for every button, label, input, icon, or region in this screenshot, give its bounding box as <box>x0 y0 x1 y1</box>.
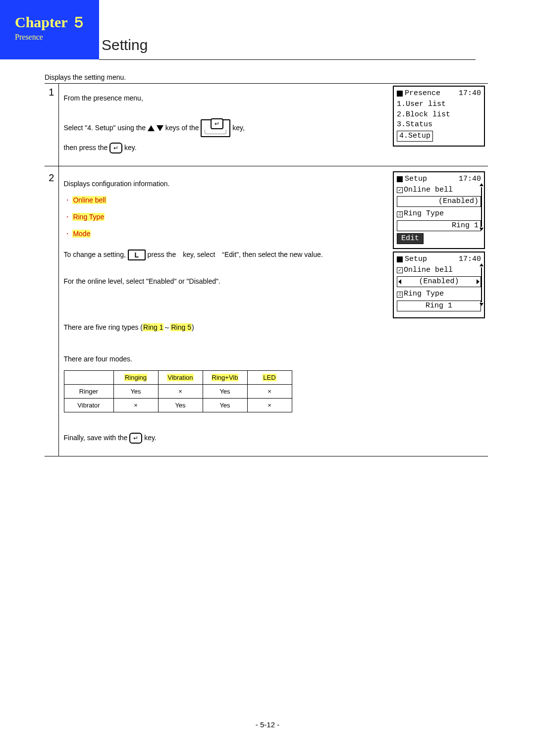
scroll-up-icon <box>480 183 483 186</box>
col-header: Ringing <box>124 374 147 381</box>
col-header: Ring+Vib <box>212 374 239 381</box>
screen-title: Setup <box>405 174 427 184</box>
chapter-label: Chapter ５ <box>15 12 99 33</box>
menu-item: 1.User list <box>397 100 481 109</box>
screen-time: 17:40 <box>459 89 481 99</box>
scrollbar <box>480 263 483 306</box>
right-arrow-icon <box>477 279 480 284</box>
value-box: (Enabled) <box>397 196 481 207</box>
scroll-up-icon <box>480 263 483 266</box>
value-box-selector: (Enabled) <box>397 276 481 287</box>
screen-title: Setup <box>405 254 427 264</box>
device-screen-setup: Setup 17:40 ✓Online bell (Enabled) ♫Ring… <box>393 171 485 250</box>
col-header: Vibration <box>167 374 193 381</box>
scroll-down-icon <box>480 303 483 306</box>
scroll-down-icon <box>480 228 483 231</box>
title-underline <box>99 59 476 60</box>
menu-item-selected: 4.Setup <box>397 131 433 142</box>
value-box: Ring 1 <box>397 220 481 231</box>
step-number: 2 <box>45 169 58 456</box>
square-icon <box>397 91 403 97</box>
table-row: Vibrator × Yes Yes × <box>64 398 292 412</box>
screen-time: 17:40 <box>459 254 481 264</box>
menu-item: 2.Block list <box>397 110 481 120</box>
table-row: Ringer Yes × Yes × <box>64 384 292 398</box>
square-icon <box>397 256 403 262</box>
up-arrow-icon <box>148 125 155 131</box>
checkbox-icon: ✓ <box>397 187 403 193</box>
music-note-icon: ♫ <box>397 211 403 217</box>
ring-types-line: There are five ring types (Ring 1～Ring 5… <box>64 322 485 334</box>
screen-time: 17:40 <box>459 174 481 184</box>
device-screen-presence: Presence 17:40 1.User list 2.Block list … <box>393 86 485 147</box>
enter-key-icon: ↵ <box>129 433 142 444</box>
modes-intro: There are four modes. <box>64 353 485 365</box>
value-box: Ring 1 <box>397 301 481 311</box>
intro-text: Displays the setting menu. <box>45 73 488 81</box>
l-key-icon: L <box>128 250 146 260</box>
chapter-banner: Chapter ５ Presence <box>0 0 99 59</box>
screen-title: Presence <box>405 89 440 99</box>
checkbox-icon: ✓ <box>397 267 403 273</box>
mode-table: Ringing Vibration Ring+Vib LED Ringer Ye… <box>64 370 292 412</box>
nav-key-icon <box>201 119 230 137</box>
square-icon <box>397 176 403 182</box>
page-title: Setting <box>102 37 148 53</box>
music-note-icon: ♫ <box>397 292 403 298</box>
enter-key-icon: ↵ <box>109 143 122 153</box>
final-save-line: Finally, save with the ↵ key. <box>64 432 485 444</box>
menu-item: 3.Status <box>397 120 481 130</box>
scrollbar <box>480 183 483 231</box>
step-number: 1 <box>45 84 58 166</box>
down-arrow-icon <box>157 125 163 131</box>
edit-button: Edit <box>397 233 424 244</box>
section-label: Presence <box>15 33 99 42</box>
device-screen-setup-edit: Setup 17:40 ✓Online bell (Enabled) ♫Ring… <box>393 252 485 318</box>
page-number: - 5-12 - <box>0 720 535 729</box>
content-area: Displays the setting menu. 1 From the pr… <box>45 73 488 459</box>
col-header: LED <box>263 374 276 381</box>
